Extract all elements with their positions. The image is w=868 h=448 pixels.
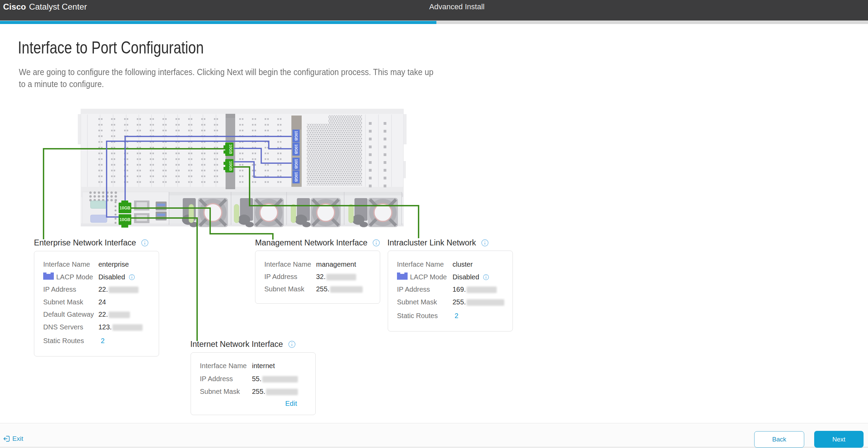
- svg-text:10GB: 10GB: [229, 144, 233, 154]
- svg-text:10GB: 10GB: [120, 217, 131, 222]
- svg-text:10GB: 10GB: [294, 159, 298, 169]
- svg-text:10GB: 10GB: [294, 172, 298, 182]
- svg-text:10GB: 10GB: [294, 144, 298, 154]
- svg-text:10GB: 10GB: [294, 131, 298, 141]
- svg-text:10GB: 10GB: [120, 206, 131, 210]
- svg-text:10GB: 10GB: [229, 161, 233, 171]
